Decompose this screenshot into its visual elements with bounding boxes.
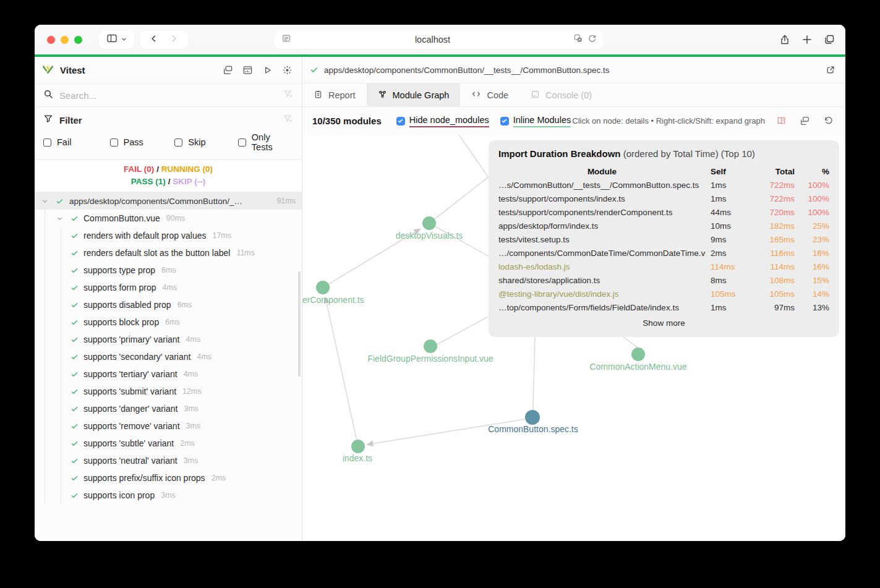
sidebar-toggle-icon[interactable] bbox=[106, 33, 117, 46]
module-graph-canvas[interactable]: desktopVisuals.tserComponent.tsFieldGrou… bbox=[302, 135, 845, 541]
zoom-window-button[interactable] bbox=[74, 36, 82, 44]
tab-bar: Report Module Graph Code Console (0) bbox=[302, 83, 845, 107]
import-duration-panel: Import Duration Breakdown (ordered by To… bbox=[489, 140, 839, 337]
graph-node[interactable] bbox=[422, 216, 436, 230]
test-row[interactable]: supports 'remove' variant 3ms bbox=[35, 417, 302, 435]
suite-row[interactable]: CommonButton.vue 90ms bbox=[35, 210, 302, 227]
checkbox-icon[interactable] bbox=[174, 138, 182, 147]
cell-module: tests/vitest.setup.ts bbox=[498, 235, 706, 244]
expand-graph-icon[interactable] bbox=[797, 114, 812, 129]
sidebar-toggle-group[interactable] bbox=[99, 30, 135, 49]
graph-node[interactable] bbox=[351, 440, 365, 453]
test-row[interactable]: supports type prop 6ms bbox=[35, 262, 302, 279]
url-text[interactable]: localhost bbox=[291, 35, 574, 45]
test-time: 4ms bbox=[197, 352, 211, 361]
new-tab-icon[interactable] bbox=[800, 32, 814, 47]
test-name: supports form prop bbox=[83, 283, 156, 292]
test-row[interactable]: supports form prop 4ms bbox=[35, 279, 302, 296]
filter-checkbox-only-tests[interactable]: Only Tests bbox=[238, 132, 293, 152]
table-row[interactable]: …s/CommonButton/__tests__/CommonButton.s… bbox=[498, 178, 829, 192]
table-row[interactable]: tests/support/components/renderComponent… bbox=[498, 205, 829, 219]
test-row[interactable]: supports 'submit' variant 12ms bbox=[35, 383, 302, 400]
translate-icon[interactable] bbox=[574, 34, 583, 45]
share-icon[interactable] bbox=[777, 32, 792, 47]
test-row[interactable]: supports block prop 6ms bbox=[35, 313, 302, 331]
test-row[interactable]: renders default slot as the button label… bbox=[35, 244, 302, 262]
minimize-window-button[interactable] bbox=[61, 36, 69, 44]
file-name: apps/desktop/components/CommonButton/_… bbox=[69, 197, 242, 206]
url-bar[interactable]: localhost bbox=[275, 30, 603, 49]
test-row[interactable]: supports 'neutral' variant 3ms bbox=[35, 452, 302, 469]
table-row[interactable]: …top/components/Form/fields/FieldDate/in… bbox=[498, 300, 829, 314]
main-panel: apps/desktop/components/CommonButton/__t… bbox=[302, 57, 845, 541]
graph-node-label: erComponent.ts bbox=[302, 295, 364, 305]
reload-icon[interactable] bbox=[587, 34, 597, 46]
table-row[interactable]: apps/desktop/form/index.ts 10ms 182ms 25… bbox=[498, 219, 829, 232]
test-name: renders default slot as the button label bbox=[83, 248, 230, 258]
dashboard-icon[interactable] bbox=[240, 63, 255, 78]
graph-node[interactable] bbox=[424, 339, 437, 353]
clear-search-filter-icon[interactable] bbox=[283, 89, 293, 101]
table-row[interactable]: tests/vitest.setup.ts 9ms 165ms 23% bbox=[498, 232, 829, 246]
filter-checkbox-skip[interactable]: Skip bbox=[174, 137, 238, 147]
chevron-down-icon[interactable] bbox=[121, 34, 127, 45]
test-row[interactable]: supports disabled prop 6ms bbox=[35, 296, 302, 313]
pass-check-icon bbox=[70, 284, 79, 292]
hide-node-modules-checkbox[interactable]: Hide node_modules bbox=[396, 115, 489, 127]
test-row[interactable]: supports 'secondary' variant 4ms bbox=[35, 348, 302, 365]
cascade-windows-icon[interactable] bbox=[220, 63, 235, 78]
test-row[interactable]: supports 'tertiary' variant 4ms bbox=[35, 365, 302, 383]
tab-report[interactable]: Report bbox=[302, 83, 367, 106]
col-module: Module bbox=[498, 167, 706, 176]
checkbox-icon[interactable] bbox=[43, 138, 51, 147]
table-row[interactable]: lodash-es/lodash.js 114ms 114ms 16% bbox=[498, 260, 829, 273]
test-row[interactable]: supports 'danger' variant 3ms bbox=[35, 400, 302, 417]
inline-modules-checkbox[interactable]: Inline Modules bbox=[500, 115, 571, 127]
test-time: 4ms bbox=[186, 335, 201, 344]
table-row[interactable]: shared/stores/application.ts 8ms 108ms 1… bbox=[498, 273, 829, 287]
test-file-row[interactable]: apps/desktop/components/CommonButton/_… … bbox=[35, 192, 302, 210]
traffic-lights bbox=[47, 36, 82, 44]
close-window-button[interactable] bbox=[47, 36, 55, 44]
filter-checkbox-fail[interactable]: Fail bbox=[43, 137, 110, 147]
pass-check-icon bbox=[70, 353, 79, 361]
back-icon[interactable] bbox=[149, 34, 158, 46]
show-more-button[interactable]: Show more bbox=[498, 318, 829, 328]
checkbox-icon[interactable] bbox=[238, 138, 246, 147]
external-link-icon[interactable] bbox=[823, 62, 838, 77]
chevron-down-icon[interactable] bbox=[41, 197, 49, 205]
graph-node[interactable] bbox=[525, 410, 540, 425]
graph-node-label: CommonButton.spec.ts bbox=[488, 424, 578, 434]
table-row[interactable]: @testing-library/vue/dist/index.js 105ms… bbox=[498, 287, 829, 300]
search-input[interactable] bbox=[59, 90, 283, 101]
test-row[interactable]: supports 'primary' variant 4ms bbox=[35, 331, 302, 348]
graph-node[interactable] bbox=[316, 281, 330, 294]
table-row[interactable]: …/components/CommonDateTime/CommonDateTi… bbox=[498, 246, 829, 260]
panel-subtitle: (ordered by Total Time) (Top 10) bbox=[621, 148, 755, 159]
test-row[interactable]: supports 'subtle' variant 2ms bbox=[35, 435, 302, 452]
search-bar bbox=[35, 83, 302, 107]
tab-console[interactable]: Console (0) bbox=[519, 83, 603, 106]
test-row[interactable]: renders with default prop values 17ms bbox=[35, 227, 302, 244]
test-row[interactable]: supports icon prop 3ms bbox=[35, 487, 302, 504]
tab-module-graph[interactable]: Module Graph bbox=[367, 83, 461, 106]
checkbox-icon[interactable] bbox=[110, 138, 118, 147]
legend-book-icon[interactable] bbox=[774, 114, 788, 129]
clear-filter-icon[interactable] bbox=[283, 114, 293, 126]
tab-code[interactable]: Code bbox=[460, 83, 519, 106]
test-time: 3ms bbox=[161, 491, 176, 500]
reset-graph-icon[interactable] bbox=[821, 114, 835, 129]
test-row[interactable]: supports prefix/suffix icon props 2ms bbox=[35, 469, 302, 487]
checked-checkbox-icon[interactable] bbox=[396, 117, 405, 126]
cell-total: 105ms bbox=[751, 289, 795, 299]
graph-node[interactable] bbox=[631, 347, 645, 361]
table-row[interactable]: tests/support/components/index.ts 1ms 72… bbox=[498, 192, 829, 205]
tabs-overview-icon[interactable] bbox=[822, 32, 837, 47]
run-all-icon[interactable] bbox=[260, 63, 275, 78]
checked-checkbox-icon[interactable] bbox=[500, 117, 509, 126]
chevron-down-icon[interactable] bbox=[56, 215, 64, 223]
sidebar-scrollbar[interactable] bbox=[298, 271, 301, 377]
theme-toggle-icon[interactable] bbox=[280, 63, 294, 78]
forward-icon[interactable] bbox=[169, 34, 179, 46]
filter-checkbox-pass[interactable]: Pass bbox=[110, 137, 175, 147]
